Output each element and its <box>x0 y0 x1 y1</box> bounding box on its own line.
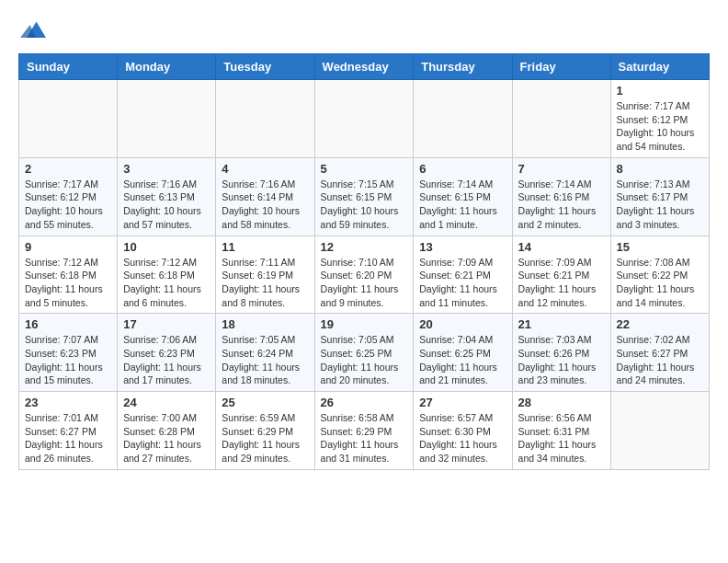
day-info: Sunrise: 7:11 AM Sunset: 6:19 PM Dayligh… <box>222 256 308 310</box>
calendar-week-row: 2Sunrise: 7:17 AM Sunset: 6:12 PM Daylig… <box>19 157 710 236</box>
calendar-day-cell <box>19 80 118 158</box>
day-info: Sunrise: 7:09 AM Sunset: 6:21 PM Dayligh… <box>518 256 605 310</box>
day-info: Sunrise: 7:02 AM Sunset: 6:27 PM Dayligh… <box>617 333 703 387</box>
day-info: Sunrise: 7:05 AM Sunset: 6:25 PM Dayligh… <box>321 333 408 387</box>
weekday-header: Friday <box>512 54 610 80</box>
day-info: Sunrise: 6:57 AM Sunset: 6:30 PM Dayligh… <box>419 411 506 465</box>
weekday-header: Thursday <box>414 54 512 80</box>
calendar-day-cell: 21Sunrise: 7:03 AM Sunset: 6:26 PM Dayli… <box>512 314 610 392</box>
calendar-day-cell: 9Sunrise: 7:12 AM Sunset: 6:18 PM Daylig… <box>19 236 118 314</box>
day-number: 1 <box>617 84 703 98</box>
day-number: 11 <box>222 240 308 254</box>
calendar-week-row: 23Sunrise: 7:01 AM Sunset: 6:27 PM Dayli… <box>19 392 710 470</box>
day-number: 19 <box>321 317 408 331</box>
day-number: 14 <box>518 240 605 254</box>
calendar-day-cell: 18Sunrise: 7:05 AM Sunset: 6:24 PM Dayli… <box>216 314 314 392</box>
day-info: Sunrise: 7:03 AM Sunset: 6:26 PM Dayligh… <box>518 333 605 387</box>
day-info: Sunrise: 7:12 AM Sunset: 6:18 PM Dayligh… <box>25 256 111 310</box>
calendar-day-cell: 16Sunrise: 7:07 AM Sunset: 6:23 PM Dayli… <box>19 314 118 392</box>
calendar-week-row: 9Sunrise: 7:12 AM Sunset: 6:18 PM Daylig… <box>19 236 710 314</box>
day-info: Sunrise: 7:06 AM Sunset: 6:23 PM Dayligh… <box>123 333 210 387</box>
day-info: Sunrise: 7:12 AM Sunset: 6:18 PM Dayligh… <box>123 256 210 310</box>
calendar-day-cell: 27Sunrise: 6:57 AM Sunset: 6:30 PM Dayli… <box>414 392 512 470</box>
calendar-day-cell: 3Sunrise: 7:16 AM Sunset: 6:13 PM Daylig… <box>118 157 216 236</box>
calendar-day-cell <box>610 392 709 470</box>
calendar-day-cell: 25Sunrise: 6:59 AM Sunset: 6:29 PM Dayli… <box>216 392 314 470</box>
calendar-week-row: 16Sunrise: 7:07 AM Sunset: 6:23 PM Dayli… <box>19 314 710 392</box>
day-number: 6 <box>419 162 506 176</box>
day-number: 8 <box>617 162 703 176</box>
calendar-day-cell: 6Sunrise: 7:14 AM Sunset: 6:15 PM Daylig… <box>414 157 512 236</box>
day-info: Sunrise: 7:05 AM Sunset: 6:24 PM Dayligh… <box>222 333 308 387</box>
day-number: 3 <box>123 162 210 176</box>
calendar-day-cell <box>414 80 512 158</box>
weekday-header: Wednesday <box>314 54 414 80</box>
day-info: Sunrise: 7:09 AM Sunset: 6:21 PM Dayligh… <box>419 256 506 310</box>
day-info: Sunrise: 7:08 AM Sunset: 6:22 PM Dayligh… <box>617 256 703 310</box>
day-info: Sunrise: 7:15 AM Sunset: 6:15 PM Dayligh… <box>321 178 408 232</box>
day-info: Sunrise: 7:16 AM Sunset: 6:13 PM Dayligh… <box>123 178 210 232</box>
day-number: 21 <box>518 317 605 331</box>
day-info: Sunrise: 6:58 AM Sunset: 6:29 PM Dayligh… <box>321 411 408 465</box>
calendar-day-cell: 5Sunrise: 7:15 AM Sunset: 6:15 PM Daylig… <box>314 157 414 236</box>
calendar-day-cell: 13Sunrise: 7:09 AM Sunset: 6:21 PM Dayli… <box>414 236 512 314</box>
calendar-day-cell: 22Sunrise: 7:02 AM Sunset: 6:27 PM Dayli… <box>610 314 709 392</box>
weekday-header: Saturday <box>610 54 709 80</box>
calendar-day-cell: 19Sunrise: 7:05 AM Sunset: 6:25 PM Dayli… <box>314 314 414 392</box>
calendar-day-cell <box>314 80 414 158</box>
weekday-header: Sunday <box>19 54 118 80</box>
day-number: 17 <box>123 317 210 331</box>
day-number: 23 <box>25 396 111 409</box>
day-number: 9 <box>25 240 111 254</box>
day-number: 7 <box>518 162 605 176</box>
calendar-day-cell: 8Sunrise: 7:13 AM Sunset: 6:17 PM Daylig… <box>610 157 709 236</box>
day-info: Sunrise: 7:01 AM Sunset: 6:27 PM Dayligh… <box>25 411 111 465</box>
page-header <box>18 18 710 44</box>
calendar-day-cell: 20Sunrise: 7:04 AM Sunset: 6:25 PM Dayli… <box>414 314 512 392</box>
day-info: Sunrise: 7:17 AM Sunset: 6:12 PM Dayligh… <box>25 178 111 232</box>
day-info: Sunrise: 6:59 AM Sunset: 6:29 PM Dayligh… <box>222 411 308 465</box>
day-number: 4 <box>222 162 308 176</box>
day-number: 22 <box>617 317 703 331</box>
day-info: Sunrise: 7:07 AM Sunset: 6:23 PM Dayligh… <box>25 333 111 387</box>
day-info: Sunrise: 6:56 AM Sunset: 6:31 PM Dayligh… <box>518 411 605 465</box>
day-info: Sunrise: 7:10 AM Sunset: 6:20 PM Dayligh… <box>321 256 408 310</box>
day-number: 27 <box>419 396 506 409</box>
day-number: 28 <box>518 396 605 409</box>
day-number: 2 <box>25 162 111 176</box>
calendar-day-cell <box>512 80 610 158</box>
weekday-header: Tuesday <box>216 54 314 80</box>
calendar-day-cell: 26Sunrise: 6:58 AM Sunset: 6:29 PM Dayli… <box>314 392 414 470</box>
day-number: 10 <box>123 240 210 254</box>
calendar-day-cell: 14Sunrise: 7:09 AM Sunset: 6:21 PM Dayli… <box>512 236 610 314</box>
calendar-day-cell: 4Sunrise: 7:16 AM Sunset: 6:14 PM Daylig… <box>216 157 314 236</box>
day-number: 26 <box>321 396 408 409</box>
day-number: 20 <box>419 317 506 331</box>
calendar-table: SundayMondayTuesdayWednesdayThursdayFrid… <box>18 53 710 470</box>
calendar-week-row: 1Sunrise: 7:17 AM Sunset: 6:12 PM Daylig… <box>19 80 710 158</box>
day-info: Sunrise: 7:13 AM Sunset: 6:17 PM Dayligh… <box>617 178 703 232</box>
day-info: Sunrise: 7:14 AM Sunset: 6:15 PM Dayligh… <box>419 178 506 232</box>
day-info: Sunrise: 7:17 AM Sunset: 6:12 PM Dayligh… <box>617 99 703 154</box>
calendar-day-cell: 15Sunrise: 7:08 AM Sunset: 6:22 PM Dayli… <box>610 236 709 314</box>
logo-icon <box>20 18 46 44</box>
calendar-day-cell: 1Sunrise: 7:17 AM Sunset: 6:12 PM Daylig… <box>610 80 709 158</box>
day-number: 12 <box>321 240 408 254</box>
calendar-day-cell: 12Sunrise: 7:10 AM Sunset: 6:20 PM Dayli… <box>314 236 414 314</box>
calendar-day-cell: 7Sunrise: 7:14 AM Sunset: 6:16 PM Daylig… <box>512 157 610 236</box>
day-number: 5 <box>321 162 408 176</box>
calendar-day-cell: 17Sunrise: 7:06 AM Sunset: 6:23 PM Dayli… <box>118 314 216 392</box>
calendar-day-cell: 11Sunrise: 7:11 AM Sunset: 6:19 PM Dayli… <box>216 236 314 314</box>
day-number: 15 <box>617 240 703 254</box>
calendar-day-cell <box>216 80 314 158</box>
day-number: 18 <box>222 317 308 331</box>
calendar-day-cell: 28Sunrise: 6:56 AM Sunset: 6:31 PM Dayli… <box>512 392 610 470</box>
calendar-day-cell: 2Sunrise: 7:17 AM Sunset: 6:12 PM Daylig… <box>19 157 118 236</box>
day-info: Sunrise: 7:16 AM Sunset: 6:14 PM Dayligh… <box>222 178 308 232</box>
day-info: Sunrise: 7:00 AM Sunset: 6:28 PM Dayligh… <box>123 411 210 465</box>
calendar-day-cell: 10Sunrise: 7:12 AM Sunset: 6:18 PM Dayli… <box>118 236 216 314</box>
calendar-day-cell: 24Sunrise: 7:00 AM Sunset: 6:28 PM Dayli… <box>118 392 216 470</box>
logo <box>18 18 46 44</box>
day-number: 16 <box>25 317 111 331</box>
day-info: Sunrise: 7:04 AM Sunset: 6:25 PM Dayligh… <box>419 333 506 387</box>
